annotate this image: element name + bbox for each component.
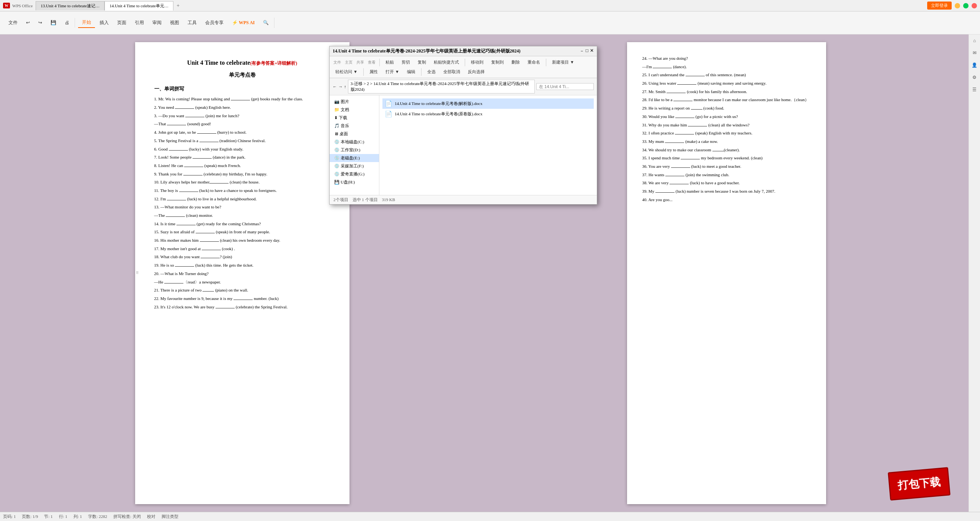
fe-move-btn[interactable]: 移动到 [467, 58, 487, 67]
red-stamp-text: 打包下载 [897, 476, 941, 492]
fe-sidebar-media-f[interactable]: 💿 采媒加工(F:) [330, 162, 379, 170]
tab-file[interactable]: 文件 [5, 18, 21, 28]
tab-vip[interactable]: 会员专享 [201, 18, 227, 28]
fe-close[interactable]: ✕ [590, 48, 594, 54]
status-total-pages: 页数: 1/9 [22, 514, 38, 519]
fe-file-size: 319 KB [382, 197, 395, 202]
fe-easy-access-btn[interactable]: 轻松访问 ▼ [332, 67, 361, 76]
fe-toolbar: 文件 主页 共享 查看 粘贴 剪切 复制 粘贴快捷方式 移动到 复制到 删除 重… [330, 56, 597, 78]
panel-btn-1[interactable]: ⌂ [970, 36, 979, 45]
fe-select-all-btn[interactable]: 全选 [424, 67, 439, 76]
question-17: 17. My mother isn't good at (cook) . [154, 245, 330, 252]
fe-deselect-btn[interactable]: 全部取消 [440, 67, 464, 76]
tab-add[interactable]: + [173, 1, 183, 10]
fe-divider5 [421, 68, 421, 76]
file-explorer: 14.Unit 4 Time to celebrate单元考卷-2024-202… [329, 46, 597, 205]
tab-ref[interactable]: 引用 [131, 18, 148, 28]
minimize-button[interactable] [955, 3, 960, 8]
status-footnote[interactable]: 脚注类型 [162, 514, 178, 519]
search-icon[interactable]: 🔍 [259, 18, 273, 27]
question-13b: —The (clean) monitor. [154, 212, 330, 219]
fe-rename-btn[interactable]: 重命名 [524, 58, 544, 67]
fe-invert-btn[interactable]: 反向选择 [464, 67, 488, 76]
fe-copy-btn[interactable]: 复制 [414, 58, 430, 67]
tab-save[interactable]: 💾 [47, 18, 60, 27]
fe-breadcrumb-path: 3-迁移 > 2 > 14.Unit 4 Time to celebrate单元… [348, 80, 535, 93]
fe-file-2-name: 14.Unit 4 Time to celebrate单元考卷(原卷版).doc… [395, 111, 482, 117]
fe-copy-to-btn[interactable]: 复制到 [488, 58, 507, 67]
tab-undo[interactable]: ↩ [22, 18, 34, 27]
fe-nav-back[interactable]: ← [333, 84, 337, 89]
fe-sidebar-local-c[interactable]: 💿 本地磁盘(C:) [330, 138, 379, 146]
panel-btn-5[interactable]: ☰ [970, 85, 979, 94]
fe-sidebar-documents[interactable]: 📁 文档 [330, 106, 379, 114]
r-question-30: 30. Would you like (go) for a picnic wit… [642, 113, 811, 120]
question-13a: 13. —What monitor do you want to be? [154, 203, 330, 211]
fe-paste-shortcut-btn[interactable]: 粘贴快捷方式 [430, 58, 462, 67]
fe-delete-btn[interactable]: 删除 [508, 58, 523, 67]
fe-minimize[interactable]: － [580, 48, 584, 54]
drag-handle: ⠿ [136, 270, 139, 277]
fe-sidebar-music[interactable]: 🎵 音乐 [330, 122, 379, 130]
question-15: 15. Suzy is not afraid of (speak) in fro… [154, 228, 330, 236]
question-23: 23. It's 12 o'clock now. We are busy (ce… [154, 303, 330, 311]
tab-insert[interactable]: 插入 [96, 18, 113, 28]
close-button[interactable] [972, 3, 977, 8]
tab-wpsai[interactable]: ⚡ WPS AI [228, 18, 258, 27]
tab-view[interactable]: 视图 [166, 18, 183, 28]
status-spell-check: 拼写检查: 关闭 [113, 514, 141, 519]
tab-tools[interactable]: 工具 [184, 18, 201, 28]
fe-new-item-btn[interactable]: 新建项目 ▼ [549, 58, 578, 67]
r-question-27: 27. Mr. Smith (cook) for his family this… [642, 88, 811, 95]
fe-search-input[interactable] [536, 83, 594, 90]
question-16: 16. His mother makes him (clean) his own… [154, 237, 330, 244]
tab-1[interactable]: 13.Unit 4 Time to celebrate速记巧... [36, 1, 105, 10]
fe-edit-btn[interactable]: 编辑 [403, 67, 419, 76]
question-2: 2. You need (speak) English here. [154, 104, 330, 111]
title-bar: W WPS Office 13.Unit 4 Time to celebrate… [0, 0, 980, 11]
fe-sidebar-desktop[interactable]: 🖥 桌面 [330, 130, 379, 138]
fe-file-2[interactable]: 📄 14.Unit 4 Time to celebrate单元考卷(原卷版).d… [382, 109, 594, 119]
fe-nav-up[interactable]: ↑ [344, 84, 346, 89]
tab-2[interactable]: 14.Unit 4 Time to celebrate单元考... ✕ [105, 1, 173, 11]
question-20b: —He 〈read〉a newspaper. [154, 279, 330, 286]
question-10: 10. Lily always helps her mother (clean)… [154, 179, 330, 186]
fe-sidebar-pictures[interactable]: 📷 图片 [330, 98, 379, 106]
fe-cut-btn[interactable]: 剪切 [398, 58, 413, 67]
fe-open-btn[interactable]: 打开 ▼ [382, 67, 403, 76]
tab-home[interactable]: 开始 [78, 18, 95, 28]
tab-page[interactable]: 页面 [113, 18, 130, 28]
left-doc-page: ⠿ Unit 4 Time to celebrate(有参考答案+详细解析) 单… [135, 42, 350, 504]
fe-body: 📷 图片 📁 文档 ⬇ 下载 🎵 音乐 🖥 桌面 💿 本地磁盘(C:) 💿 工作… [330, 95, 597, 195]
panel-btn-4[interactable]: ⚙ [970, 73, 979, 82]
tab-redo[interactable]: ↪ [34, 18, 46, 27]
fe-sidebar-usb-h[interactable]: 💾 U盘(H:) [330, 178, 379, 186]
toolbar: 文件 ↩ ↪ 💾 🖨 开始 插入 页面 引用 审阅 视图 工具 会员专享 ⚡ W… [0, 11, 980, 34]
question-19: 19. He is so (luck) this time. He gets t… [154, 262, 330, 269]
status-proofread[interactable]: 校对 [147, 514, 155, 519]
fe-properties-btn[interactable]: 属性 [366, 67, 381, 76]
fe-file-1-icon: 📄 [385, 100, 392, 107]
wps-office-label: WPS Office [12, 3, 33, 8]
status-section: 节: 1 [44, 514, 52, 519]
register-button[interactable]: 立即登录 [927, 2, 952, 10]
tab-review[interactable]: 审阅 [149, 18, 165, 28]
fe-sidebar-aiqizhibao-g[interactable]: 💿 爱奇直播(G:) [330, 170, 379, 178]
r-question-34: 34. We should try to make our classroom … [642, 146, 811, 154]
fe-sidebar-work-d[interactable]: 💿 工作室(D:) [330, 146, 379, 154]
tab-2-label: 14.Unit 4 Time to celebrate单元考... [109, 3, 172, 8]
tab-print[interactable]: 🖨 [61, 18, 73, 27]
r-question-32: 32. I often practice (speak) English wit… [642, 129, 811, 137]
fe-maximize[interactable]: □ [586, 48, 588, 54]
fe-sidebar-downloads[interactable]: ⬇ 下载 [330, 114, 379, 122]
maximize-button[interactable] [963, 3, 969, 8]
fe-nav-forward[interactable]: → [338, 84, 343, 89]
panel-btn-3[interactable]: 👤 [970, 61, 979, 70]
fe-section-share: 共享 [355, 60, 366, 65]
fe-sidebar-old-e[interactable]: 💿 老磁盘(E:) [330, 154, 379, 162]
r-question-26: 26. Using less water (mean) saving money… [642, 80, 811, 87]
fe-file-1[interactable]: 📄 14.Unit 4 Time to celebrate单元考卷(解析版).d… [382, 98, 594, 109]
fe-paste-btn[interactable]: 粘贴 [382, 58, 397, 67]
panel-btn-2[interactable]: ✉ [970, 48, 979, 57]
tab-1-label: 13.Unit 4 Time to celebrate速记巧... [41, 3, 103, 8]
